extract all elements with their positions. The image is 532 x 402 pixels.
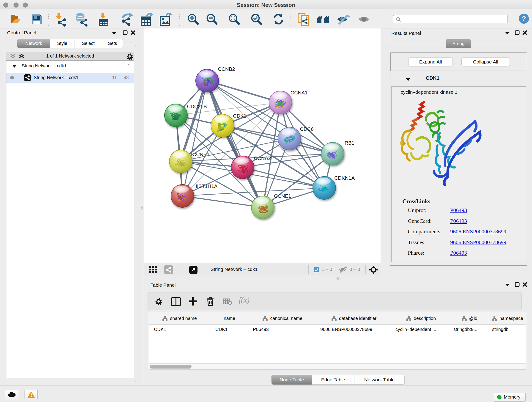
svg-text:CCNA2: CCNA2 [254, 155, 271, 161]
svg-text:CDC6: CDC6 [300, 126, 314, 132]
svg-text:?: ? [522, 15, 526, 22]
svg-text:CDK1: CDK1 [233, 113, 247, 119]
svg-text:CCNA1: CCNA1 [291, 90, 308, 96]
svg-text:CCNE1: CCNE1 [274, 193, 291, 199]
svg-text:HIST1H1A: HIST1H1A [193, 183, 217, 189]
svg-text:CDKN1A: CDKN1A [334, 175, 355, 181]
svg-text:RB1: RB1 [345, 140, 355, 146]
svg-text:CCNB1: CCNB1 [192, 152, 210, 157]
svg-text:CCNB2: CCNB2 [218, 66, 235, 72]
svg-text:CDC25B: CDC25B [187, 104, 207, 109]
